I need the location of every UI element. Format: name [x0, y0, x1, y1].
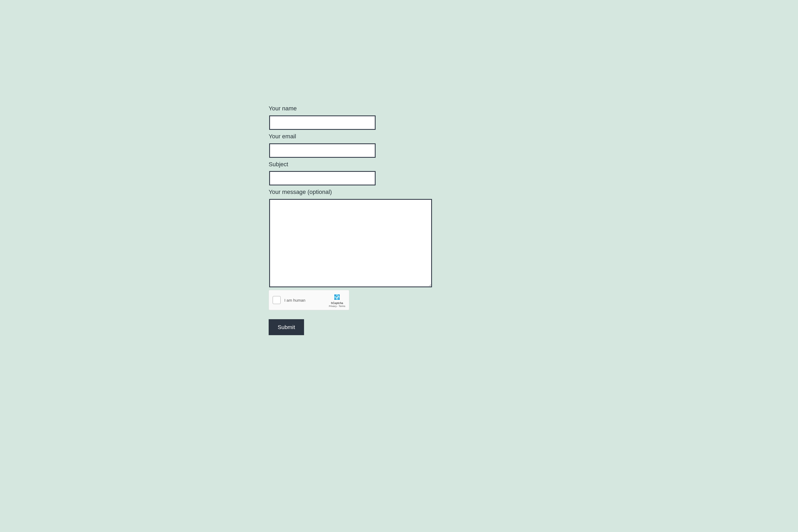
hcaptcha-terms-link[interactable]: Terms: [339, 305, 345, 307]
email-field-group: Your email: [269, 132, 529, 158]
message-field-group: Your message (optional): [269, 188, 529, 287]
email-input[interactable]: [269, 144, 376, 158]
hcaptcha-icon: [333, 293, 341, 301]
submit-button[interactable]: Submit: [269, 319, 304, 335]
email-label: Your email: [269, 132, 529, 141]
page-viewport[interactable]: Your name Your email Subject Your messag…: [0, 0, 798, 532]
svg-rect-8: [338, 298, 340, 300]
subject-label: Subject: [269, 160, 529, 169]
contact-form: Your name Your email Subject Your messag…: [269, 104, 529, 346]
name-label: Your name: [269, 104, 529, 113]
hcaptcha-brand-name: hCaptcha: [331, 302, 343, 305]
message-label: Your message (optional): [269, 188, 529, 196]
hcaptcha-separator: -: [337, 305, 339, 307]
hcaptcha-widget: I am human: [269, 290, 349, 310]
name-input[interactable]: [269, 115, 376, 130]
svg-rect-0: [334, 294, 336, 296]
svg-rect-7: [336, 298, 338, 300]
subject-input[interactable]: [269, 171, 376, 185]
subject-field-group: Subject: [269, 160, 529, 186]
svg-rect-1: [336, 294, 338, 296]
scroll-spacer: [0, 346, 798, 532]
hcaptcha-privacy-link[interactable]: Privacy: [329, 305, 337, 307]
svg-rect-6: [334, 298, 336, 300]
hcaptcha-label: I am human: [284, 298, 325, 302]
hcaptcha-checkbox[interactable]: [273, 296, 281, 304]
name-field-group: Your name: [269, 104, 529, 130]
message-textarea[interactable]: [269, 199, 432, 287]
hcaptcha-brand: hCaptcha Privacy - Terms: [329, 293, 345, 307]
hcaptcha-links: Privacy - Terms: [329, 305, 345, 307]
scroll-spacer: [0, 0, 798, 104]
svg-rect-3: [334, 296, 336, 298]
